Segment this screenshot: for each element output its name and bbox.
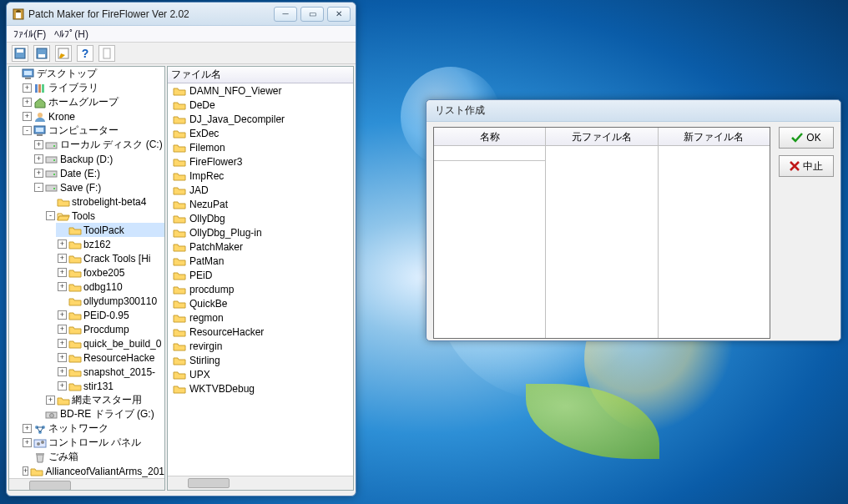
tree-node[interactable]: ToolPack [56, 223, 164, 237]
tree-node[interactable]: +ホームグループ [21, 95, 164, 109]
tree-node[interactable]: +bz162 [56, 237, 164, 251]
cancel-button[interactable]: 中止 [779, 155, 834, 177]
expand-icon[interactable]: + [58, 254, 67, 263]
list-hscroll[interactable] [168, 476, 353, 490]
file-item[interactable]: JAD [168, 183, 353, 197]
expand-icon[interactable]: + [46, 396, 55, 405]
expand-icon[interactable]: + [58, 282, 67, 291]
expand-icon[interactable]: + [23, 466, 28, 476]
tree-node[interactable]: +ResourceHacke [56, 350, 164, 365]
file-item[interactable]: ImpRec [168, 169, 353, 183]
tree-pane[interactable]: デスクトップ+ライブラリ+ホームグループ+Krone-コンピューター+ローカル … [8, 66, 165, 491]
tree-node[interactable]: +Date (E:) [33, 166, 164, 180]
file-item[interactable]: regmon [168, 310, 353, 325]
menu-help[interactable]: ﾍﾙﾌﾟ(H) [54, 28, 88, 40]
expand-icon[interactable]: + [23, 83, 32, 93]
grid-body[interactable] [434, 146, 770, 338]
toolbar-save[interactable] [12, 45, 28, 62]
file-list-pane[interactable]: ファイル名 DAMN_NFO_ViewerDeDeDJ_Java_Decompi… [167, 66, 354, 491]
expand-icon[interactable]: + [58, 367, 67, 376]
collapse-icon[interactable]: - [34, 183, 43, 192]
toolbar-edit[interactable] [55, 45, 72, 62]
tree-node[interactable]: +コントロール パネル [21, 436, 164, 450]
tree-hscroll[interactable] [9, 478, 164, 491]
tree-node[interactable]: +Backup (D:) [33, 152, 164, 166]
tree-node[interactable]: +Procdump [56, 322, 164, 336]
dialog-titlebar[interactable]: リスト作成 [427, 100, 840, 122]
file-item[interactable]: ExDec [168, 126, 353, 140]
tree-node[interactable]: ごみ箱 [21, 450, 164, 464]
file-item[interactable]: procdump [168, 282, 353, 296]
file-item[interactable]: Filemon [168, 140, 353, 154]
close-button[interactable]: ✕ [327, 7, 351, 22]
tree-node[interactable]: -Save (F:) [33, 180, 164, 194]
expand-icon[interactable]: + [58, 339, 67, 348]
expand-icon[interactable]: + [58, 268, 67, 277]
expand-icon[interactable]: + [34, 140, 43, 149]
expand-icon[interactable]: + [58, 381, 67, 391]
file-item[interactable]: DAMN_NFO_Viewer [168, 83, 353, 98]
expand-icon[interactable]: + [23, 438, 32, 447]
tree-node[interactable]: -コンピューター [21, 123, 164, 138]
file-item[interactable]: DJ_Java_Decompiler [168, 112, 353, 126]
file-item[interactable]: NezuPat [168, 197, 353, 211]
tree-node[interactable]: +AllianceofValiantArms_201 [21, 464, 164, 478]
tree-node[interactable]: +ローカル ディスク (C:) [33, 138, 164, 152]
tree-node[interactable]: +Krone [21, 109, 164, 123]
dialog-grid[interactable]: 名称 元ファイル名 新ファイル名 [433, 127, 770, 339]
tree-node[interactable]: デスクトップ [9, 67, 164, 81]
tree-node[interactable]: BD-RE ドライブ (G:) [33, 407, 164, 421]
tree-node[interactable]: +ライブラリ [21, 81, 164, 95]
file-item[interactable]: PatMan [168, 254, 353, 268]
file-list-header[interactable]: ファイル名 [168, 67, 353, 83]
file-item[interactable]: DeDe [168, 98, 353, 112]
expand-icon[interactable]: + [58, 310, 67, 320]
tree-node[interactable]: +網走マスター用 [44, 393, 164, 407]
tree-node[interactable]: +quick_be_build_0 [56, 336, 164, 350]
tree-node[interactable]: strobelight-beta4 [44, 194, 164, 209]
expand-icon[interactable]: + [34, 154, 43, 164]
ok-button[interactable]: OK [779, 127, 834, 149]
file-item[interactable]: WKTVBDebug [168, 381, 353, 396]
tree-node[interactable]: +stir131 [56, 379, 164, 393]
expand-icon[interactable]: + [23, 98, 32, 107]
col-new[interactable]: 新ファイル名 [659, 128, 770, 145]
expand-icon[interactable]: + [58, 325, 67, 334]
file-item[interactable]: PatchMaker [168, 239, 353, 254]
tree-node[interactable]: +ネットワーク [21, 421, 164, 436]
file-item[interactable]: OllyDbg_Plug-in [168, 225, 353, 239]
grid-cell[interactable] [434, 146, 545, 161]
minimize-button[interactable]: ─ [274, 7, 297, 22]
toolbar-extra[interactable] [98, 45, 115, 62]
tree-node[interactable]: ollydump300110 [56, 294, 164, 308]
toolbar-open[interactable] [33, 45, 50, 62]
tree-node[interactable]: +odbg110 [56, 280, 164, 294]
tree-node[interactable]: +foxbe205 [56, 265, 164, 280]
col-orig[interactable]: 元ファイル名 [546, 128, 658, 145]
file-item[interactable]: UPX [168, 367, 353, 381]
tree-node[interactable]: +snapshot_2015- [56, 365, 164, 379]
tree-node[interactable]: +Crack Tools [Hi [56, 251, 164, 265]
expand-icon[interactable]: + [58, 353, 67, 362]
tree-node[interactable]: -Tools [44, 209, 164, 223]
col-name[interactable]: 名称 [434, 128, 546, 145]
drive-icon [45, 182, 58, 194]
file-item[interactable]: Stirling [168, 353, 353, 367]
expand-icon[interactable]: + [23, 112, 32, 121]
file-item[interactable]: OllyDbg [168, 211, 353, 225]
toolbar-help[interactable]: ? [77, 45, 93, 62]
collapse-icon[interactable]: - [46, 211, 55, 220]
file-item[interactable]: PEiD [168, 268, 353, 282]
tree-node[interactable]: +PEiD-0.95 [56, 308, 164, 322]
file-item[interactable]: FireFlower3 [168, 154, 353, 169]
maximize-button[interactable]: ▭ [300, 7, 324, 22]
expand-icon[interactable]: + [58, 239, 67, 249]
file-item[interactable]: revirgin [168, 339, 353, 353]
expand-icon[interactable]: + [34, 169, 43, 178]
main-titlebar[interactable]: Patch Maker for FireFlower Ver 2.02 ─ ▭ … [7, 3, 356, 26]
file-item[interactable]: ResourceHacker [168, 325, 353, 339]
file-item[interactable]: QuickBe [168, 296, 353, 310]
menu-file[interactable]: ﾌｧｲﾙ(F) [13, 28, 46, 40]
collapse-icon[interactable]: - [23, 126, 32, 135]
expand-icon[interactable]: + [23, 424, 32, 433]
